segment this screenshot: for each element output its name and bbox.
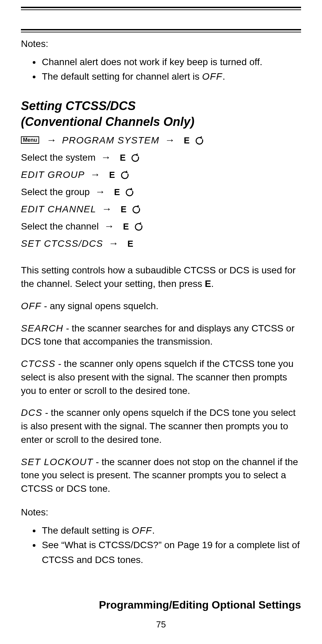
list-item-text: . — [152, 525, 155, 536]
list-item-text: The default setting for channel alert is — [42, 71, 202, 82]
lcd-text: SET LOCKOUT — [21, 457, 93, 467]
paragraph-text: . — [211, 278, 214, 289]
list-item-text: The default setting is — [42, 525, 132, 536]
lcd-text: EDIT GROUP — [21, 167, 85, 183]
lcd-text: SET CTCSS/DCS — [21, 236, 103, 252]
lcd-text: CTCSS — [21, 358, 55, 369]
list-item: Channel alert does not work if key beep … — [41, 55, 301, 69]
scroll-icon — [195, 136, 204, 145]
nav-line: EDIT CHANNEL→E — [21, 200, 301, 218]
lcd-text: EDIT CHANNEL — [21, 201, 96, 217]
key-e: E — [114, 185, 120, 199]
heading-line: (Conventional Channels Only) — [21, 115, 194, 129]
scroll-icon — [132, 205, 141, 214]
footer-section-title: Programming/Editing Optional Settings — [21, 599, 301, 611]
lcd-text: OFF — [202, 71, 223, 82]
lcd-text: SEARCH — [21, 323, 63, 333]
menu-navigation-block: Menu→PROGRAM SYSTEM→E Select the system→… — [21, 132, 301, 252]
key-e: E — [184, 133, 189, 148]
option-paragraph: CTCSS - the scanner only opens squelch i… — [21, 357, 301, 397]
second-double-rule — [21, 29, 301, 32]
lcd-text: OFF — [132, 525, 152, 536]
top-double-rule — [21, 7, 301, 10]
list-item-text: . — [222, 71, 225, 82]
key-e: E — [109, 167, 115, 182]
nav-line: Menu→PROGRAM SYSTEM→E — [21, 132, 301, 149]
lcd-text: OFF — [21, 301, 42, 311]
arrow-right-icon: → — [165, 131, 175, 149]
arrow-right-icon: → — [102, 200, 112, 217]
option-text: - the scanner only opens squelch if the … — [21, 358, 293, 396]
list-item: See “What is CTCSS/DCS?” on Page 19 for … — [41, 538, 301, 567]
nav-text: Select the channel — [21, 218, 99, 235]
option-paragraph: SEARCH - the scanner searches for and di… — [21, 322, 301, 349]
section-heading: Setting CTCSS/DCS (Conventional Channels… — [21, 98, 301, 130]
arrow-right-icon: → — [47, 131, 57, 149]
nav-text: Select the group — [21, 184, 90, 200]
key-e: E — [128, 236, 133, 251]
option-text: - any signal opens squelch. — [42, 301, 159, 311]
intro-paragraph: This setting controls how a subaudible C… — [21, 264, 301, 291]
arrow-right-icon: → — [101, 149, 111, 166]
notes-label-2: Notes: — [21, 507, 301, 518]
lcd-text: DCS — [21, 407, 43, 418]
page-number: 75 — [21, 619, 301, 630]
scroll-icon — [120, 171, 129, 180]
nav-text: Select the system — [21, 150, 96, 166]
scroll-icon — [125, 188, 134, 197]
key-e: E — [120, 202, 126, 217]
option-paragraph: OFF - any signal opens squelch. — [21, 299, 301, 313]
nav-line: Select the system→E — [21, 149, 301, 166]
paragraph-text: This setting controls how a subaudible C… — [21, 265, 296, 289]
heading-line: Setting CTCSS/DCS — [21, 99, 136, 113]
lcd-text: PROGRAM SYSTEM — [62, 132, 160, 149]
arrow-right-icon: → — [109, 235, 119, 252]
options-block: OFF - any signal opens squelch.SEARCH - … — [21, 299, 301, 495]
key-e: E — [205, 278, 211, 289]
notes-label-1: Notes: — [21, 38, 301, 49]
arrow-right-icon: → — [104, 217, 114, 235]
scroll-icon — [134, 222, 143, 231]
scroll-icon — [131, 154, 140, 162]
nav-line: SET CTCSS/DCS→E — [21, 235, 301, 252]
key-e: E — [120, 150, 126, 165]
key-e: E — [123, 219, 129, 234]
nav-line: Select the group→E — [21, 183, 301, 200]
nav-line: Select the channel→E — [21, 218, 301, 235]
notes-list-1: Channel alert does not work if key beep … — [21, 55, 301, 84]
list-item: The default setting is OFF. — [41, 523, 301, 538]
nav-line: EDIT GROUP→E — [21, 166, 301, 183]
menu-button-icon: Menu — [21, 136, 39, 144]
option-paragraph: SET LOCKOUT - the scanner does not stop … — [21, 455, 301, 495]
option-text: - the scanner only opens squelch if the … — [21, 407, 296, 445]
notes-list-2: The default setting is OFF. See “What is… — [21, 523, 301, 567]
list-item: The default setting for channel alert is… — [41, 69, 301, 84]
arrow-right-icon: → — [90, 166, 100, 183]
option-paragraph: DCS - the scanner only opens squelch if … — [21, 406, 301, 446]
arrow-right-icon: → — [95, 183, 105, 200]
